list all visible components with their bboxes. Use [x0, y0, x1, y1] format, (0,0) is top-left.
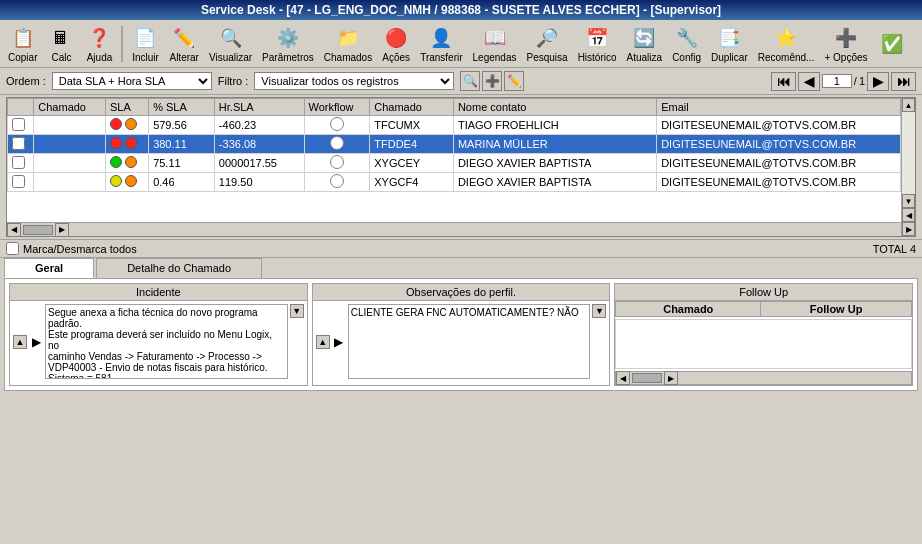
- filter-select[interactable]: Visualizar todos os registros: [254, 72, 454, 90]
- atualiza-button[interactable]: 🔄 Atualiza: [623, 22, 667, 65]
- row-chamado2: XYGCF4: [370, 173, 454, 192]
- scroll-thumb-h[interactable]: [23, 225, 53, 235]
- historico-icon: 📅: [583, 24, 611, 52]
- row-checkbox[interactable]: [12, 156, 25, 169]
- visualizar-icon: 🔍: [217, 24, 245, 52]
- opcoes-button[interactable]: ➕ + Opções: [820, 22, 871, 65]
- recomenda-icon: ⭐: [772, 24, 800, 52]
- duplicar-button[interactable]: 📑 Duplicar: [707, 22, 752, 65]
- grid-header-row: Chamado SLA % SLA Hr.SLA Workflow Chamad…: [8, 99, 901, 116]
- scroll-right-button[interactable]: ◀: [902, 208, 915, 222]
- legendas-icon: 📖: [481, 24, 509, 52]
- scroll-left-button[interactable]: ▶: [902, 222, 915, 236]
- row-nome: MARINA MÜLLER: [453, 135, 656, 154]
- transferir-button[interactable]: 👤 Transferir: [416, 22, 466, 65]
- row-chamado2: TFCUMX: [370, 116, 454, 135]
- scroll-right-h-button[interactable]: ▶: [55, 223, 69, 237]
- incidente-scroll-down[interactable]: ▼: [290, 304, 304, 318]
- incidente-text[interactable]: Segue anexa a ficha técnica do novo prog…: [45, 304, 288, 379]
- row-chamado2: XYGCEY: [370, 154, 454, 173]
- duplicar-icon: 📑: [715, 24, 743, 52]
- followup-col-followup: Follow Up: [761, 302, 912, 317]
- config-icon: 🔧: [673, 24, 701, 52]
- pagination-controls: ⏮ ◀ / 1 ▶ ⏭: [771, 72, 916, 91]
- grid-scrollbar-horizontal[interactable]: ◀ ▶: [7, 222, 901, 236]
- config-label: Config: [672, 52, 701, 63]
- atualiza-icon: 🔄: [630, 24, 658, 52]
- filter-add-icon[interactable]: ➕: [482, 71, 502, 91]
- filter-label: Filtro :: [218, 75, 249, 87]
- order-select[interactable]: Data SLA + Hora SLA: [52, 72, 212, 90]
- row-pct-sla: 75.11: [149, 154, 215, 173]
- legendas-button[interactable]: 📖 Legendas: [469, 22, 521, 65]
- toolbar-sep-1: [121, 26, 123, 62]
- row-check-cell: [8, 154, 34, 173]
- nav-prev-button[interactable]: ◀: [798, 72, 820, 91]
- observacoes-scroll-down[interactable]: ▼: [592, 304, 606, 318]
- table-row[interactable]: 380.11 -336.08 TFDDE4 MARINA MÜLLER DIGI…: [8, 135, 901, 154]
- observacoes-text[interactable]: CLIENTE GERA FNC AUTOMATICAMENTE? NÃO: [348, 304, 591, 379]
- grid-scrollbar-vertical[interactable]: ▲ ▼ ◀ ▶: [901, 98, 915, 236]
- followup-scroll-thumb[interactable]: [632, 373, 662, 383]
- nav-first-button[interactable]: ⏮: [771, 72, 796, 91]
- tab-geral[interactable]: Geral: [4, 258, 94, 278]
- followup-scroll-right[interactable]: ▶: [664, 371, 678, 385]
- legendas-label: Legendas: [473, 52, 517, 63]
- incidente-panel: Incidente ▲ ▶ Segue anexa a ficha técnic…: [9, 283, 308, 386]
- workflow-circle: [330, 174, 344, 188]
- incluir-button[interactable]: 📄 Incluir: [127, 22, 163, 65]
- row-sla-cell: [106, 135, 149, 154]
- tab-detalhe[interactable]: Detalhe do Chamado: [96, 258, 262, 278]
- sla-dot1: [110, 156, 122, 168]
- parametros-button[interactable]: ⚙️ Parâmetros: [258, 22, 318, 65]
- row-email: DIGITESEUNEMAIL@TOTVS.COM.BR: [657, 154, 901, 173]
- visualizar-button[interactable]: 🔍 Visualizar: [205, 22, 256, 65]
- filter-search-icon[interactable]: 🔍: [460, 71, 480, 91]
- marca-desmarca-checkbox[interactable]: [6, 242, 19, 255]
- followup-scroll-left[interactable]: ◀: [616, 371, 630, 385]
- extra-icon: ✅: [878, 30, 906, 58]
- row-chamado-cell: [34, 173, 106, 192]
- acoes-button[interactable]: 🔴 Ações: [378, 22, 414, 65]
- followup-table: Chamado Follow Up: [615, 301, 912, 317]
- scroll-left-h-button[interactable]: ◀: [7, 223, 21, 237]
- observacoes-scroll-up[interactable]: ▲: [316, 335, 330, 349]
- recomenda-button[interactable]: ⭐ Recomênd...: [754, 22, 819, 65]
- table-row[interactable]: 75.11 0000017.55 XYGCEY DIEGO XAVIER BAP…: [8, 154, 901, 173]
- historico-button[interactable]: 📅 Histórico: [574, 22, 621, 65]
- table-row[interactable]: 0.46 119.50 XYGCF4 DIEGO XAVIER BAPTISTA…: [8, 173, 901, 192]
- ajuda-button[interactable]: ❓ Ajuda: [81, 22, 117, 65]
- grid-table: Chamado SLA % SLA Hr.SLA Workflow Chamad…: [7, 98, 901, 192]
- followup-scrollbar-h[interactable]: ◀ ▶: [615, 371, 912, 385]
- scroll-down-button[interactable]: ▼: [902, 194, 915, 208]
- order-filter-bar: Ordem : Data SLA + Hora SLA Filtro : Vis…: [0, 68, 922, 95]
- sla-dot1: [110, 118, 122, 130]
- nav-next-button[interactable]: ▶: [867, 72, 889, 91]
- row-checkbox[interactable]: [12, 175, 25, 188]
- copiar-button[interactable]: 📋 Copiar: [4, 22, 41, 65]
- pesquisa-button[interactable]: 🔎 Pesquisa: [523, 22, 572, 65]
- row-email: DIGITESEUNEMAIL@TOTVS.COM.BR: [657, 173, 901, 192]
- incidente-scroll-up[interactable]: ▲: [13, 335, 27, 349]
- followup-header-row: Chamado Follow Up: [616, 302, 912, 317]
- workflow-circle: [330, 117, 344, 131]
- calc-label: Calc: [51, 52, 71, 63]
- page-current-input[interactable]: [822, 74, 852, 88]
- nav-last-button[interactable]: ⏭: [891, 72, 916, 91]
- chamados-label: Chamados: [324, 52, 372, 63]
- row-checkbox[interactable]: [12, 118, 25, 131]
- table-row[interactable]: 579.56 -460.23 TFCUMX TIAGO FROEHLICH DI…: [8, 116, 901, 135]
- grid-scroll-area[interactable]: Chamado SLA % SLA Hr.SLA Workflow Chamad…: [7, 98, 915, 236]
- calc-button[interactable]: 🖩 Calc: [43, 22, 79, 65]
- config-button[interactable]: 🔧 Config: [668, 22, 705, 65]
- col-header-email: Email: [657, 99, 901, 116]
- col-header-chamado: Chamado: [34, 99, 106, 116]
- ajuda-label: Ajuda: [87, 52, 113, 63]
- row-checkbox[interactable]: [12, 137, 25, 150]
- chamados-button[interactable]: 📁 Chamados: [320, 22, 376, 65]
- extra-button[interactable]: ✅: [874, 28, 910, 60]
- scroll-up-button[interactable]: ▲: [902, 98, 915, 112]
- filter-edit-icon[interactable]: ✏️: [504, 71, 524, 91]
- row-nome: DIEGO XAVIER BAPTISTA: [453, 173, 656, 192]
- alterar-button[interactable]: ✏️ Alterar: [165, 22, 202, 65]
